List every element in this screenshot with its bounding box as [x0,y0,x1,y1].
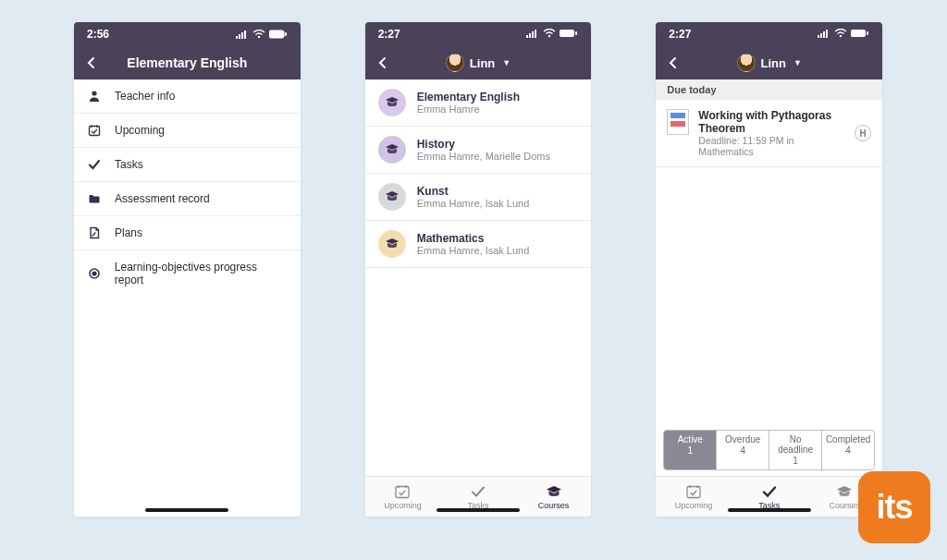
svg-point-4 [257,36,259,38]
svg-rect-5 [269,30,284,38]
svg-point-7 [92,91,96,95]
assignment-icon [667,109,689,135]
signal-icon [818,28,830,41]
chevron-down-icon: ▼ [793,58,802,67]
menu-label: Learning-objectives progress report [115,261,288,286]
back-button[interactable] [373,53,393,73]
user-name: Linn [470,56,495,70]
task-item[interactable]: Working with Pythagoras Theorem Deadline… [656,100,882,167]
tab-label: Upcoming [675,501,713,510]
nav-header: Linn ▼ [365,46,592,79]
wifi-icon [252,30,265,39]
avatar [446,54,464,72]
menu-item-upcoming[interactable]: Upcoming [74,114,301,148]
battery-icon [560,28,578,41]
svg-point-15 [548,35,550,37]
menu-label: Teacher info [115,90,175,103]
back-button[interactable] [663,53,683,73]
course-item[interactable]: Elementary English Emma Hamre [365,79,592,127]
status-icons [236,30,288,39]
user-switcher[interactable]: Linn ▼ [365,54,592,72]
course-teachers: Emma Hamre, Isak Lund [417,245,530,256]
course-teachers: Emma Hamre, Isak Lund [417,198,530,209]
chevron-left-icon [376,56,389,69]
its-logo-text: its [876,488,912,527]
course-item[interactable]: History Emma Hamre, Marielle Doms [365,127,592,174]
graduation-cap-icon [378,136,406,164]
filter-completed[interactable]: Completed 4 [822,431,874,469]
menu-item-assessment[interactable]: Assessment record [74,182,301,216]
filter-count: 4 [824,445,872,456]
graduation-cap-icon [378,183,406,211]
svg-rect-13 [532,31,534,38]
svg-rect-17 [575,31,577,35]
tab-upcoming[interactable]: Upcoming [365,477,441,517]
svg-rect-19 [818,35,819,38]
filter-overdue[interactable]: Overdue 4 [717,431,769,469]
course-menu-list: Teacher info Upcoming Tasks Assessment r… [74,79,301,517]
page-title: Elementary English [74,55,301,70]
nav-header: Linn ▼ [656,46,882,79]
phone-screen-course-menu: 2:56 Elementary English Teacher info Upc… [74,22,301,517]
course-name: History [417,138,550,151]
task-title: Working with Pythagoras Theorem [698,109,845,135]
filter-count: 1 [666,445,714,456]
clock: 2:27 [378,28,400,41]
clock: 2:56 [87,28,109,41]
menu-item-progress-report[interactable]: Learning-objectives progress report [74,250,301,297]
status-icons [818,28,869,41]
checkmark-icon [87,158,102,171]
home-indicator [728,508,811,512]
user-switcher[interactable]: Linn ▼ [656,54,882,72]
svg-rect-22 [826,30,828,38]
menu-label: Tasks [115,158,143,171]
filter-name: No deadline [771,434,819,455]
filter-active[interactable]: Active 1 [664,431,717,469]
checkmark-icon [761,484,778,499]
svg-rect-0 [236,36,238,39]
menu-label: Assessment record [115,192,210,205]
back-button[interactable] [81,53,102,73]
chevron-left-icon [85,56,98,69]
course-item[interactable]: Kunst Emma Hamre, Isak Lund [365,174,592,221]
svg-rect-8 [90,127,100,136]
menu-item-teacher-info[interactable]: Teacher info [74,79,301,114]
menu-label: Upcoming [115,124,165,137]
course-item[interactable]: Mathematics Emma Hamre, Isak Lund [365,221,592,268]
tab-label: Courses [538,501,570,510]
tab-courses[interactable]: Courses [516,477,592,517]
person-icon [87,90,102,103]
svg-rect-16 [560,30,574,37]
calendar-check-icon [685,484,702,499]
graduation-cap-icon [378,89,406,116]
checkmark-icon [470,484,486,499]
battery-icon [269,30,288,39]
tab-label: Upcoming [384,501,422,510]
phone-screen-tasks: 2:27 Linn ▼ Due today Working with P [656,22,882,517]
section-header: Due today [656,79,882,100]
status-bar: 2:27 [656,22,882,46]
task-deadline: Deadline: 11:59 PM in Mathematics [698,135,845,157]
calendar-check-icon [87,124,102,137]
svg-point-10 [92,272,96,275]
clock: 2:27 [669,28,691,41]
svg-rect-6 [285,32,287,36]
menu-item-tasks[interactable]: Tasks [74,148,301,182]
menu-item-plans[interactable]: Plans [74,216,301,250]
filter-no-deadline[interactable]: No deadline 1 [769,431,822,469]
phone-screen-courses: 2:27 Linn ▼ Elementary English E [365,22,592,517]
task-filter: Active 1 Overdue 4 No deadline 1 Complet… [663,430,875,470]
home-indicator [437,508,520,512]
filter-count: 4 [719,445,767,456]
svg-rect-11 [526,35,528,38]
svg-point-23 [840,35,842,37]
chevron-down-icon: ▼ [502,58,510,67]
tab-upcoming[interactable]: Upcoming [656,477,732,517]
folder-icon [87,192,102,205]
menu-label: Plans [115,226,142,239]
filter-name: Overdue [719,434,767,444]
signal-icon [236,30,249,39]
nav-header: Elementary English [74,46,301,79]
svg-rect-20 [820,33,822,38]
document-icon [87,226,102,239]
